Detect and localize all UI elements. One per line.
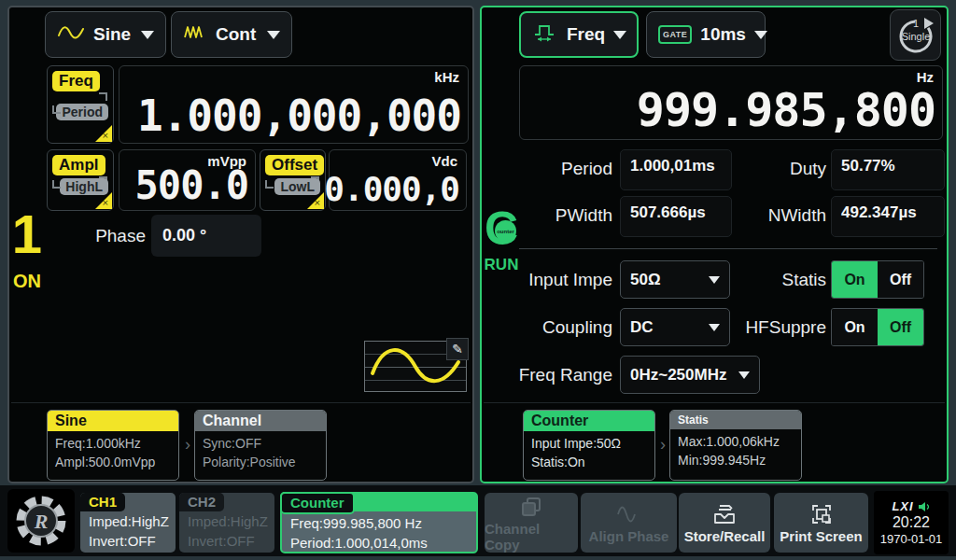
counter-summary-area: Counter Input Impe:50Ω Statis:On › Stati…: [484, 402, 945, 480]
ampl-value: 500.0: [135, 162, 248, 208]
channel-number: 1: [9, 207, 45, 261]
period-label: Period: [482, 159, 612, 179]
counter-card-title: Counter: [524, 411, 654, 431]
counter-card-line: Statis:On: [531, 453, 647, 471]
store-recall-icon: [712, 501, 737, 525]
beeper-icon: [918, 501, 931, 512]
pwidth-label: PWidth: [482, 205, 612, 226]
period-alt-chip: Period: [56, 104, 108, 120]
counter-tab-line: Period:1.000,014,0ms: [290, 534, 472, 553]
counter-main-display: Hz 999.985,800: [519, 65, 943, 140]
counter-function-label: Freq: [567, 24, 605, 45]
statis-off-button[interactable]: Off: [878, 261, 923, 298]
duty-label: Duty: [744, 159, 826, 179]
input-corner-icon: [95, 192, 112, 209]
input-impe-label: Input Impe: [482, 270, 612, 290]
lxi-logo: LXI: [892, 499, 913, 513]
chevron-down-icon: [267, 31, 280, 39]
print-screen-button[interactable]: Print Screen: [774, 493, 868, 553]
corner-bracket: [99, 92, 107, 101]
statis-summary-card[interactable]: Statis Max:1.000,06kHz Min:999.945Hz: [669, 410, 802, 481]
phase-value: 0.00 °: [162, 226, 206, 245]
align-phase-label: Align Phase: [589, 528, 669, 544]
store-recall-button[interactable]: Store/Recall: [679, 493, 770, 553]
freq-chip: Freq: [52, 71, 100, 91]
channel-card-line: Sync:OFF: [203, 434, 318, 453]
offset-param-button[interactable]: Offset LowL: [260, 149, 326, 211]
counter-summary-card[interactable]: Counter Input Impe:50Ω Statis:On: [523, 410, 655, 481]
freq-value: 1.000,000,000: [137, 91, 461, 141]
date-display: 1970-01-01: [880, 532, 943, 546]
channel1-panel: 1 ON Sine Cont Freq Period kHz: [7, 6, 474, 483]
corner-bracket: [265, 180, 274, 189]
svg-text:Single: Single: [901, 31, 930, 42]
ch1-tab-line: Invert:OFF: [89, 532, 172, 552]
ch1-tab-title: CH1: [80, 493, 125, 511]
corner-bracket: [52, 180, 61, 189]
coupling-label: Coupling: [482, 317, 612, 338]
ch2-tab-line: Invert:OFF: [188, 532, 271, 552]
input-corner-icon: [307, 192, 324, 209]
ampl-param-button[interactable]: Ampl HighL: [47, 149, 114, 211]
counter-tab-line: Freq:999.985,800 Hz: [290, 514, 472, 534]
hfsuppre-off-button[interactable]: Off: [878, 309, 923, 345]
channel-card-title: Channel: [195, 411, 326, 431]
sine-summary-card[interactable]: Sine Freq:1.000kHz Ampl:500.0mVpp: [47, 410, 179, 481]
counter-tab-title: Counter: [280, 492, 355, 514]
hfsuppre-toggle: On Off: [831, 308, 924, 346]
nwidth-label: NWidth: [744, 205, 826, 226]
sine-card-line: Ampl:500.0mVpp: [55, 453, 171, 471]
channel-on-badge: ON: [9, 271, 45, 292]
channel-copy-button[interactable]: Channel Copy: [485, 493, 578, 553]
statis-on-button[interactable]: On: [832, 261, 878, 298]
freq-unit: kHz: [434, 69, 459, 85]
sine-card-line: Freq:1.000kHz: [55, 434, 171, 453]
tab-ch2[interactable]: CH2 Imped:HighZ Invert:OFF: [179, 493, 274, 553]
offset-chip: Offset: [265, 155, 324, 175]
statis-card-title: Statis: [670, 411, 801, 429]
time-display: 20:22: [893, 514, 930, 531]
hfsuppre-label: HFSuppre: [744, 317, 826, 338]
pwidth-value: 507.666µs: [620, 196, 732, 237]
period-value: 1.000,01ms: [620, 149, 732, 190]
phase-field[interactable]: 0.00 °: [151, 215, 261, 257]
channel-copy-label: Channel Copy: [485, 521, 578, 553]
input-impe-select[interactable]: 50Ω: [620, 260, 730, 299]
gate-time-select[interactable]: GATE 10ms: [646, 11, 766, 58]
section-divider: [519, 248, 937, 249]
freq-param-button[interactable]: Freq Period: [47, 65, 114, 144]
ch1-tab-line: Imped:HighZ: [89, 512, 172, 532]
system-settings-button[interactable]: R: [7, 489, 75, 553]
tab-ch1[interactable]: CH1 Imped:HighZ Invert:OFF: [80, 493, 176, 553]
ampl-value-display[interactable]: mVpp 500.0: [119, 149, 256, 211]
input-corner-icon: [95, 125, 112, 142]
gate-icon: GATE: [658, 25, 692, 44]
channel-card-line: Polarity:Positive: [203, 453, 318, 471]
chevron-right-icon: ›: [185, 435, 190, 455]
tab-counter[interactable]: Counter Freq:999.985,800 Hz Period:1.000…: [280, 492, 478, 553]
counter-function-select[interactable]: Freq: [519, 11, 639, 58]
nwidth-value: 492.347µs: [831, 196, 945, 237]
ampl-chip: Ampl: [52, 155, 105, 175]
phase-label: Phase: [73, 226, 146, 246]
waveform-select[interactable]: Sine: [45, 11, 166, 58]
single-icon: 1 Single: [893, 13, 938, 58]
ch2-tab-line: Imped:HighZ: [188, 512, 271, 532]
single-trigger-button[interactable]: 1 Single: [890, 9, 941, 61]
channel-summary-card[interactable]: Channel Sync:OFF Polarity:Positive: [194, 410, 327, 481]
offset-value-display[interactable]: Vdc 0.000,0: [329, 149, 467, 211]
align-phase-button[interactable]: Align Phase: [581, 493, 677, 553]
freq-range-select[interactable]: 0Hz~250MHz: [620, 356, 760, 394]
edit-waveform-icon[interactable]: ✎: [446, 338, 469, 360]
corner-bracket: [52, 105, 61, 114]
sine-icon: [57, 24, 85, 45]
chevron-down-icon: [709, 276, 720, 284]
statis-card-line: Max:1.000,06kHz: [678, 432, 794, 451]
freq-measure-icon: [532, 22, 558, 47]
duty-value: 50.77%: [831, 149, 945, 190]
waveform-preview[interactable]: ✎: [364, 341, 467, 392]
freq-value-display[interactable]: kHz 1.000,000,000: [119, 65, 469, 144]
mode-select[interactable]: Cont: [171, 11, 292, 58]
coupling-select[interactable]: DC: [620, 308, 730, 346]
hfsuppre-on-button[interactable]: On: [832, 309, 878, 345]
